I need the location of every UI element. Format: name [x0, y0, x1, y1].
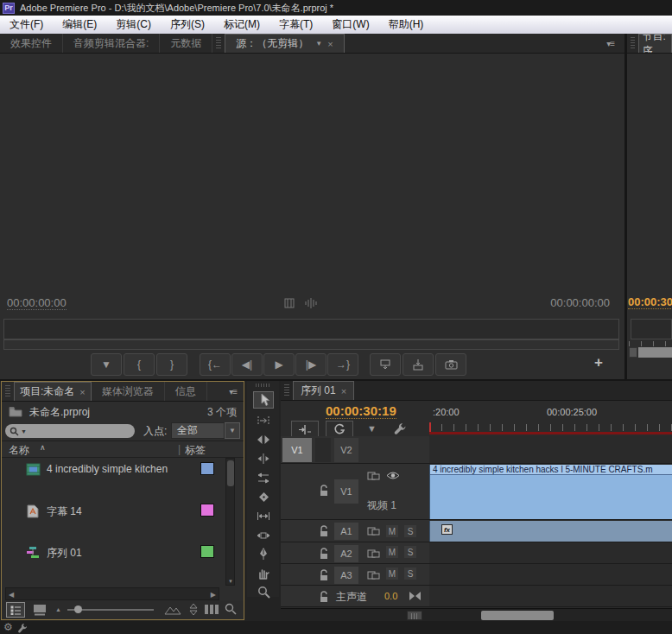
program-scrub-bar[interactable] — [631, 319, 672, 339]
mark-in-button[interactable]: { — [124, 353, 155, 376]
search-input[interactable]: ▼ — [5, 424, 135, 438]
track-label-a1[interactable]: A1 — [334, 523, 358, 540]
column-name[interactable]: 名称 — [9, 443, 29, 458]
export-frame-button[interactable] — [435, 353, 466, 376]
scrollbar-grip[interactable] — [407, 611, 422, 620]
close-icon[interactable]: × — [327, 39, 333, 49]
slip-tool[interactable] — [253, 507, 274, 524]
tab-program[interactable]: 节目:序 — [638, 34, 672, 53]
zoom-tool[interactable] — [253, 583, 274, 600]
scrollbar-thumb[interactable] — [481, 611, 554, 620]
find-icon[interactable] — [225, 603, 237, 615]
mute-button[interactable]: M — [386, 525, 398, 537]
menu-edit[interactable]: 编辑(E) — [53, 17, 106, 32]
track-content-a2[interactable] — [429, 542, 672, 564]
close-icon[interactable]: × — [341, 386, 346, 396]
fx-badge[interactable]: fx — [441, 524, 453, 535]
sync-lock-icon[interactable] — [367, 471, 380, 481]
filter-dropdown-caret[interactable]: ▼ — [225, 422, 240, 439]
track-label-v2[interactable]: V2 — [334, 438, 358, 462]
icon-view-icon[interactable] — [33, 604, 47, 616]
solo-button[interactable]: S — [404, 546, 416, 558]
vertical-scrollbar[interactable]: ▼ — [225, 458, 235, 586]
solo-button[interactable]: S — [404, 567, 416, 580]
sync-lock-icon[interactable] — [367, 570, 380, 580]
zoom-slider-knob[interactable] — [74, 605, 82, 613]
source-zoom-bar[interactable] — [3, 339, 619, 350]
tab-media-browser[interactable]: 媒体浏览器 — [92, 382, 165, 401]
sequence-marker-icon[interactable]: ▼ — [367, 423, 377, 434]
lock-cell-empty[interactable] — [315, 438, 331, 462]
track-content-a1[interactable]: fx — [429, 520, 672, 542]
timeline-timecode[interactable]: 00:00:30:19 — [326, 403, 396, 419]
sort-icon[interactable] — [188, 603, 199, 616]
selection-tool[interactable] — [253, 391, 274, 409]
menu-title[interactable]: 字幕(T) — [269, 17, 322, 32]
label-swatch[interactable] — [200, 462, 214, 475]
panel-drag-handle[interactable] — [216, 37, 221, 49]
snap-button[interactable] — [291, 421, 319, 438]
add-marker-button[interactable]: ▼ — [91, 353, 122, 376]
timeline-settings-wrench-icon[interactable] — [393, 422, 408, 436]
lock-open-icon[interactable] — [319, 548, 329, 560]
menu-sequence[interactable]: 序列(S) — [161, 17, 214, 32]
panel-drag-handle[interactable] — [256, 384, 271, 387]
find-faces-icon[interactable] — [204, 604, 219, 615]
track-select-tool[interactable] — [253, 412, 274, 429]
track-content-v2[interactable] — [429, 436, 672, 464]
panel-drag-handle[interactable] — [5, 385, 10, 397]
audio-waveform-icon[interactable] — [304, 297, 318, 309]
mute-button[interactable]: M — [386, 567, 398, 580]
overwrite-button[interactable] — [403, 353, 434, 376]
folder-icon[interactable] — [9, 406, 22, 417]
audio-clip[interactable]: fx — [429, 521, 672, 542]
mute-button[interactable]: M — [386, 546, 398, 558]
step-forward-button[interactable]: |▶ — [295, 353, 326, 376]
track-label-master[interactable]: 主声道 — [336, 590, 367, 605]
panel-menu-icon[interactable]: ▾≡ — [606, 39, 614, 48]
goto-out-button[interactable]: →} — [327, 353, 358, 376]
film-icon[interactable] — [283, 297, 295, 309]
tab-info[interactable]: 信息 — [165, 382, 207, 401]
filter-dropdown[interactable]: 全部 — [171, 422, 225, 439]
menu-window[interactable]: 窗口(W) — [322, 17, 378, 32]
lock-open-icon[interactable] — [319, 485, 329, 497]
tab-sequence[interactable]: 序列 01 × — [293, 381, 354, 400]
rate-stretch-tool[interactable] — [253, 469, 274, 486]
tab-project[interactable]: 项目:未命名 × — [14, 382, 92, 401]
pan-bowtie-icon[interactable] — [409, 591, 422, 601]
pen-tool[interactable] — [253, 545, 274, 562]
track-header-a2[interactable]: A2 M S — [281, 542, 429, 564]
menu-clip[interactable]: 剪辑(C) — [106, 17, 161, 32]
gear-icon[interactable]: ⚙ — [3, 621, 13, 633]
scroll-left-icon[interactable]: ◀ — [9, 591, 14, 599]
track-label-v1[interactable]: V1 — [334, 479, 358, 504]
tab-effect-controls[interactable]: 效果控件 — [0, 34, 63, 53]
menu-file[interactable]: 文件(F) — [0, 17, 53, 32]
list-item[interactable]: 序列 01 — [2, 501, 225, 522]
tab-audio-clip-mixer[interactable]: 音频剪辑混合器: — [63, 34, 160, 53]
scroll-right-icon[interactable]: ▶ — [211, 591, 216, 599]
goto-in-button[interactable]: {← — [200, 353, 231, 376]
step-back-button[interactable]: ◀| — [231, 353, 263, 376]
column-divider[interactable]: | — [178, 443, 181, 455]
menu-marker[interactable]: 标记(M) — [214, 17, 269, 32]
linked-selection-button[interactable] — [326, 421, 353, 438]
play-button[interactable]: ▶ — [263, 353, 295, 376]
panel-drag-handle[interactable] — [284, 384, 289, 396]
wrench-icon[interactable] — [17, 623, 28, 633]
list-view-button[interactable] — [6, 602, 25, 618]
sync-lock-icon[interactable] — [367, 526, 380, 536]
hand-tool[interactable] — [253, 564, 274, 581]
mark-out-button[interactable]: } — [156, 353, 187, 376]
program-timecode[interactable]: 00:00:30 — [628, 295, 672, 309]
close-icon[interactable]: × — [79, 387, 85, 397]
sync-lock-icon[interactable] — [367, 548, 380, 559]
lock-open-icon[interactable] — [319, 525, 329, 537]
track-content-master[interactable] — [429, 586, 672, 607]
program-zoom-thumb[interactable] — [638, 347, 672, 358]
source-timecode-current[interactable]: 00:00:00:00 — [7, 296, 67, 310]
automate-sequence-icon[interactable] — [164, 604, 181, 615]
panel-drag-handle[interactable] — [631, 37, 635, 49]
track-header-master[interactable]: 主声道 0.0 — [281, 586, 429, 607]
